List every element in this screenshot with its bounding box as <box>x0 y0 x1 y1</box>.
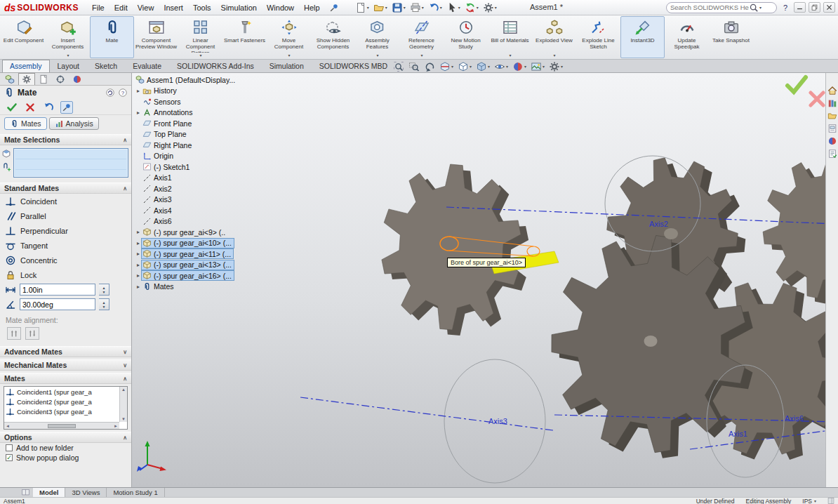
tree-row[interactable]: ▸(-) spur gear_ai<16> (... <box>135 270 247 281</box>
tree-item[interactable]: Mates <box>142 282 176 291</box>
horizontal-scrollbar[interactable]: ◄► <box>4 422 119 429</box>
statusbar-panel-icon[interactable] <box>827 498 834 504</box>
tree-item[interactable]: Axis1 <box>142 173 174 183</box>
vertical-scrollbar[interactable]: ▲▼ <box>119 387 127 422</box>
search-box[interactable]: ▾ <box>666 2 777 13</box>
mates-list-item[interactable]: Coincident2 (spur gear_a <box>4 397 119 406</box>
ribbon-show-hidden-button[interactable]: Show Hidden Components <box>311 16 355 58</box>
feedback-icon[interactable] <box>105 88 115 98</box>
ribbon-exploded-view-button[interactable]: Exploded View▾ <box>532 16 576 58</box>
view-palette-icon[interactable] <box>827 124 837 133</box>
select-button[interactable]: ▾ <box>444 1 463 14</box>
mate-type-tangent[interactable]: Tangent <box>0 238 131 253</box>
keep-visible-pin-button[interactable] <box>60 101 73 114</box>
previous-view-button[interactable] <box>423 61 437 72</box>
menu-window[interactable]: Window <box>262 1 299 15</box>
angle-input[interactable] <box>20 298 95 310</box>
undo-button[interactable]: ▾ <box>426 1 444 14</box>
mates-list-item[interactable]: Coincident1 (spur gear_a <box>4 387 119 397</box>
menu-edit[interactable]: Edit <box>109 1 133 15</box>
menu-view[interactable]: View <box>133 1 159 15</box>
ribbon-edit-component-button[interactable]: Edit Component <box>1 16 46 58</box>
search-input[interactable] <box>670 4 749 11</box>
pane-splitter-icon[interactable] <box>21 489 30 496</box>
tab-evaluate[interactable]: Evaluate <box>125 60 169 72</box>
tree-row[interactable]: Axis2 <box>135 183 247 194</box>
apply-scene-button[interactable]: ▾ <box>529 61 546 72</box>
mate-type-perpendicular[interactable]: Perpendicular <box>0 223 131 238</box>
tree-row[interactable]: ▸Mates <box>135 281 247 293</box>
tree-item[interactable]: Axis4 <box>142 206 174 215</box>
section-view-button[interactable]: ▾ <box>438 61 455 72</box>
view-tab-model[interactable]: Model <box>33 488 65 497</box>
mates-list-item[interactable]: Coincident3 (spur gear_a <box>4 406 119 416</box>
tree-row[interactable]: Axis3 <box>135 194 247 206</box>
tree-item[interactable]: (-) spur gear_ai<13> (... <box>142 260 234 270</box>
tree-row[interactable]: Axis4 <box>135 205 247 216</box>
tree-root-item[interactable]: Assem1 (Default<Display... <box>135 75 237 84</box>
tree-row[interactable]: Sensors <box>135 96 247 107</box>
ribbon-assembly-features-button[interactable]: Assembly Features▾ <box>355 16 399 58</box>
expand-arrow-icon[interactable]: ▸ <box>135 240 142 246</box>
ribbon-linear-pattern-button[interactable]: Linear Component Pattern▾ <box>178 16 222 58</box>
ribbon-take-snapshot-button[interactable]: Take Snapshot <box>709 16 753 58</box>
tab-solidworks-add-ins[interactable]: SOLIDWORKS Add-Ins <box>169 60 262 72</box>
tree-item[interactable]: Top Plane <box>142 130 189 139</box>
ribbon-bill-of-materials-button[interactable]: Bill of Materials▾ <box>488 16 532 58</box>
tree-row[interactable]: ▸Annotations <box>135 107 247 119</box>
tree-row[interactable]: (-) Sketch1 <box>135 161 247 173</box>
mates-list-header[interactable]: Mates∧ <box>0 373 131 384</box>
checkbox[interactable] <box>6 444 13 451</box>
ok-button[interactable] <box>6 101 18 114</box>
close-button[interactable] <box>823 2 835 13</box>
tree-item[interactable]: Axis2 <box>142 184 174 193</box>
ribbon-insert-components-button[interactable]: Insert Components▾ <box>46 16 90 58</box>
view-tab-motion-study-1[interactable]: Motion Study 1 <box>107 488 164 497</box>
expand-arrow-icon[interactable]: ▸ <box>135 284 142 290</box>
zoom-to-area-button[interactable] <box>407 61 421 72</box>
expand-arrow-icon[interactable]: ▸ <box>135 229 142 235</box>
tree-item[interactable]: (-) spur gear_ai<10> (... <box>142 239 234 248</box>
mate-type-parallel[interactable]: Parallel <box>0 208 131 223</box>
appearances-icon[interactable] <box>827 136 837 146</box>
edit-appearance-button[interactable]: ▾ <box>511 61 528 72</box>
print-button[interactable]: ▾ <box>408 1 426 14</box>
menu-insert[interactable]: Insert <box>159 1 188 15</box>
tree-item[interactable]: Axis6 <box>142 217 174 226</box>
tree-item[interactable]: (-) spur gear_ai<11> (... <box>142 249 233 258</box>
options-header[interactable]: Options∧ <box>0 432 131 443</box>
tree-row[interactable]: ▸(-) spur gear_ai<11> (... <box>135 248 247 260</box>
angle-spinner[interactable]: ▲▼ <box>99 298 109 310</box>
mates-listbox[interactable]: Coincident1 (spur gear_aCoincident2 (spu… <box>4 386 128 430</box>
tree-item[interactable]: Axis3 <box>142 195 174 204</box>
option-add-to-new-folder[interactable]: Add to new folder <box>0 443 131 453</box>
anti-aligned-button[interactable] <box>25 327 39 340</box>
tab-assembly[interactable]: Assembly <box>2 60 50 72</box>
menu-file[interactable]: File <box>87 1 109 15</box>
ribbon-explode-line-sketch-button[interactable]: Explode Line Sketch <box>576 16 620 58</box>
tree-item[interactable]: Front Plane <box>142 119 194 128</box>
tree-row[interactable]: Axis6 <box>135 216 247 227</box>
ribbon-instant3d-button[interactable]: Instant3D <box>620 16 665 58</box>
option-show-popup-dialog[interactable]: ✓Show popup dialog <box>0 453 131 463</box>
distance-spinner[interactable]: ▲▼ <box>99 284 109 296</box>
tree-row[interactable]: ▸(-) spur gear_ai<13> (... <box>135 260 247 271</box>
minimize-button[interactable] <box>794 2 806 13</box>
help-icon[interactable]: ? <box>118 88 128 98</box>
tree-item[interactable]: History <box>142 86 179 95</box>
ribbon-smart-fasteners-button[interactable]: Smart Fasteners <box>222 16 267 58</box>
mechanical-mates-header[interactable]: Mechanical Mates∨ <box>0 359 131 371</box>
panel-tab-propertymanager[interactable] <box>18 73 35 85</box>
panel-tab-configurationmanager[interactable] <box>35 73 52 85</box>
tab-layout[interactable]: Layout <box>50 60 88 72</box>
menu-simulation[interactable]: Simulation <box>216 1 262 15</box>
menubar-pin-icon[interactable] <box>329 3 339 13</box>
tree-row[interactable]: ▸(-) spur gear_ai<10> (... <box>135 238 247 249</box>
tab-sketch[interactable]: Sketch <box>87 60 125 72</box>
tree-item[interactable]: Sensors <box>142 97 183 106</box>
help-menu[interactable]: ? <box>780 4 791 12</box>
tree-item[interactable]: (-) Sketch1 <box>142 162 192 171</box>
tree-row[interactable]: Axis1 <box>135 173 247 184</box>
pm-tab-mates[interactable]: Mates <box>4 117 47 130</box>
confirmation-cancel-button[interactable] <box>807 90 825 108</box>
